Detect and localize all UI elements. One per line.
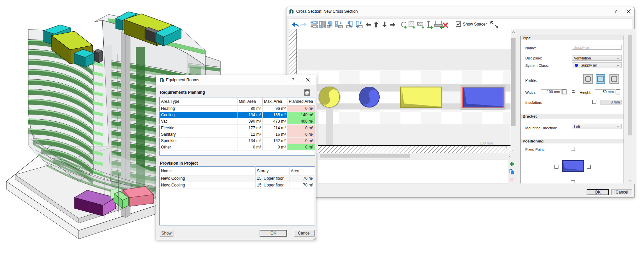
svg-text:100 mm: 100 mm [480,141,493,145]
